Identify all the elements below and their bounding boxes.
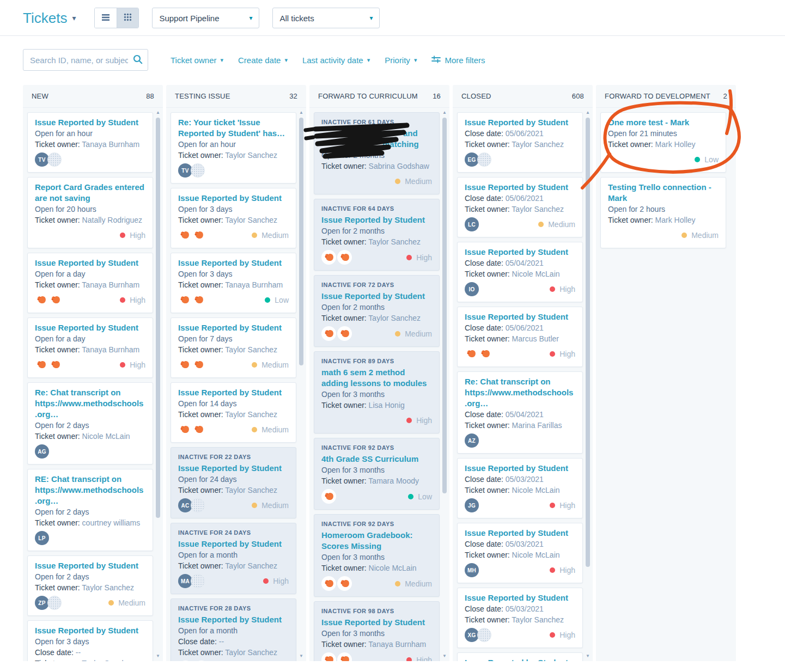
ticket-card[interactable]: One more test - MarkOpen for 21 minutesT… xyxy=(600,112,726,173)
ticket-title-link[interactable]: Issue Reported by Student xyxy=(178,539,289,549)
scrollbar-thumb[interactable] xyxy=(156,118,160,518)
ticket-title-link[interactable]: Issue Reported by Student xyxy=(35,322,145,333)
ticket-card[interactable]: Issue Reported by StudentOpen for 3 days… xyxy=(27,620,153,661)
avatar-placeholder-icon[interactable] xyxy=(477,152,491,167)
board-view-button[interactable] xyxy=(117,8,138,28)
ticket-card[interactable]: Issue Reported by StudentOpen for 2 days… xyxy=(27,555,153,616)
ticket-title-link[interactable]: Issue Reported by Student xyxy=(465,182,575,193)
ticket-title-link[interactable]: math 6 sem 2 method adding lessons to mo… xyxy=(321,367,432,389)
ticket-title-link[interactable]: Issue Reported by Student xyxy=(321,291,432,302)
ticket-card[interactable]: Issue Reported by StudentClose date: 05/… xyxy=(457,652,583,661)
avatar[interactable]: AG xyxy=(35,444,49,459)
ticket-card[interactable]: INACTIVE FOR 64 DAYSIssue Reported by St… xyxy=(314,199,440,271)
scroll-up-arrow[interactable]: ▲ xyxy=(298,110,305,115)
ticket-title-link[interactable]: Re: Chat transcript on https://www.metho… xyxy=(465,376,575,409)
ticket-title-link[interactable]: Testing Trello connection - Mark xyxy=(608,182,719,204)
scroll-down-arrow[interactable]: ▼ xyxy=(155,653,161,659)
search-icon[interactable] xyxy=(133,54,143,66)
ticket-card[interactable]: INACTIVE FOR 92 DAYS4th Grade SS Curricu… xyxy=(314,438,440,510)
ticket-card[interactable]: Issue Reported by StudentOpen for a dayT… xyxy=(27,317,153,378)
ticket-card[interactable]: INACTIVE FOR 89 DAYSmath 6 sem 2 method … xyxy=(314,351,440,433)
list-view-button[interactable] xyxy=(95,8,117,28)
avatar-placeholder-icon[interactable] xyxy=(191,163,205,178)
avatar-placeholder-icon[interactable] xyxy=(191,498,205,512)
scrollbar-thumb[interactable] xyxy=(299,118,303,365)
ticket-card[interactable]: Issue Reported by StudentClose date: 05/… xyxy=(457,588,583,648)
ticket-title-link[interactable]: Issue Reported by Student xyxy=(35,117,145,128)
avatar-placeholder-icon[interactable] xyxy=(191,574,205,588)
ticket-title-link[interactable]: 4th Grade SS Curriculum xyxy=(321,454,432,465)
ticket-card[interactable]: INACTIVE FOR 72 DAYSIssue Reported by St… xyxy=(314,275,440,347)
ticket-title-link[interactable]: Issue Reported by Student xyxy=(465,311,575,322)
ticket-card[interactable]: Issue Reported by StudentClose date: 05/… xyxy=(457,523,583,583)
ticket-card[interactable]: Report Card Grades entered are not savin… xyxy=(27,177,153,248)
search-input[interactable] xyxy=(23,49,148,71)
column-scrollbar[interactable]: ▲▼ xyxy=(441,110,448,659)
ticket-card[interactable]: Re: Chat transcript on https://www.metho… xyxy=(457,371,583,454)
avatar-placeholder-icon[interactable] xyxy=(47,152,62,167)
ticket-title-link[interactable]: Issue Reported by Student xyxy=(35,258,145,268)
column-scrollbar[interactable]: ▲▼ xyxy=(585,110,591,659)
ticket-title-link[interactable]: Report Card Grades entered are not savin… xyxy=(35,182,145,204)
ticket-card[interactable]: Testing Trello connection - MarkOpen for… xyxy=(600,177,726,248)
more-filters-button[interactable]: More filters xyxy=(431,56,485,65)
column-scrollbar[interactable]: ▲▼ xyxy=(155,110,161,659)
ticket-card[interactable]: Issue Reported by StudentOpen for 3 days… xyxy=(171,253,296,313)
ticket-title-link[interactable]: Issue Reported by Student xyxy=(178,258,289,268)
ticket-card[interactable]: Re: Chat transcript on https://www.metho… xyxy=(27,382,153,465)
ticket-card[interactable]: Issue Reported by StudentClose date: 05/… xyxy=(457,112,583,173)
ticket-card[interactable]: Issue Reported by StudentClose date: 05/… xyxy=(457,177,583,237)
ticket-title-link[interactable]: Issue Reported by Student xyxy=(178,322,289,333)
ticket-title-link[interactable]: Issue Reported by Student xyxy=(321,617,432,628)
column-scrollbar[interactable]: ▲▼ xyxy=(298,110,305,659)
ticket-title-link[interactable]: Issue Reported by Student xyxy=(178,463,289,474)
filter-ticket-owner[interactable]: Ticket owner▾ xyxy=(171,56,223,65)
scroll-up-arrow[interactable]: ▲ xyxy=(441,110,448,115)
pipeline-select[interactable]: Support Pipeline ▾ xyxy=(152,8,259,28)
avatar[interactable]: IO xyxy=(465,282,479,296)
ticket-title-link[interactable]: Issue Reported by Student xyxy=(35,625,145,636)
filter-create-date[interactable]: Create date▾ xyxy=(238,56,288,65)
ticket-title-link[interactable]: Re: Your ticket 'Issue Reported by Stude… xyxy=(178,117,289,139)
ticket-card[interactable]: INACTIVE FOR 98 DAYSIssue Reported by St… xyxy=(314,601,440,661)
avatar-placeholder-icon[interactable] xyxy=(47,596,62,610)
avatar[interactable]: LP xyxy=(35,531,49,545)
ticket-card[interactable]: INACTIVE FOR 92 DAYSHomeroom Gradebook: … xyxy=(314,514,440,597)
ticket-title-link[interactable]: Issue Reported by Student xyxy=(465,463,575,474)
ticket-title-link[interactable]: Issue Reported by Student xyxy=(178,193,289,204)
avatar[interactable]: JG xyxy=(465,498,479,512)
ticket-title-link[interactable]: Re: Chat transcript on https://www.metho… xyxy=(35,387,145,420)
avatar[interactable]: AZ xyxy=(465,433,479,448)
filter-last-activity-date[interactable]: Last activity date▾ xyxy=(302,56,370,65)
ticket-card[interactable]: Issue Reported by StudentClose date: 05/… xyxy=(457,307,583,367)
ticket-title-link[interactable]: Issue Reported by Student xyxy=(35,560,145,571)
ticket-card[interactable]: INACTIVE FOR 24 DAYSIssue Reported by St… xyxy=(171,523,296,594)
ticket-card[interactable]: Issue Reported by StudentClose date: 05/… xyxy=(457,458,583,518)
filter-priority[interactable]: Priority▾ xyxy=(385,56,417,65)
ticket-title-link[interactable]: Issue Reported by Student xyxy=(465,247,575,258)
ticket-card[interactable]: RE: Chat transcript on https://www.metho… xyxy=(27,469,153,551)
avatar[interactable]: MH xyxy=(465,563,479,577)
scroll-down-arrow[interactable]: ▼ xyxy=(585,653,591,659)
scroll-up-arrow[interactable]: ▲ xyxy=(585,110,591,115)
ticket-card[interactable]: Issue Reported by StudentOpen for 7 days… xyxy=(171,317,296,378)
ticket-card[interactable]: Issue Reported by StudentOpen for 14 day… xyxy=(171,382,296,443)
ticket-card[interactable]: Issue Reported by StudentOpen for an hou… xyxy=(27,112,153,173)
page-title-dropdown[interactable]: Tickets ▾ xyxy=(23,9,76,27)
scrollbar-thumb[interactable] xyxy=(586,118,590,567)
ticket-card[interactable]: Issue Reported by StudentOpen for a dayT… xyxy=(27,253,153,313)
ticket-title-link[interactable]: Issue Reported by Student xyxy=(465,117,575,128)
ticket-title-link[interactable]: Issue Reported by Student xyxy=(178,387,289,398)
ticket-card[interactable]: Re: Your ticket 'Issue Reported by Stude… xyxy=(171,112,296,184)
ticket-title-link[interactable]: and matching xyxy=(321,128,432,150)
ticket-card[interactable]: INACTIVE FOR 28 DAYSIssue Reported by St… xyxy=(171,598,296,661)
ticket-title-link[interactable]: Homeroom Gradebook: Scores Missing xyxy=(321,530,432,552)
ticket-card[interactable]: Issue Reported by StudentClose date: 05/… xyxy=(457,242,583,302)
ticket-title-link[interactable]: Issue Reported by Student xyxy=(465,592,575,603)
avatar-placeholder-icon[interactable] xyxy=(477,628,491,642)
ticket-title-link[interactable]: Issue Reported by Student xyxy=(321,215,432,225)
scroll-down-arrow[interactable]: ▼ xyxy=(298,653,305,659)
scrollbar-thumb[interactable] xyxy=(442,118,447,493)
scroll-down-arrow[interactable]: ▼ xyxy=(441,653,448,659)
ticket-card[interactable]: Issue Reported by StudentOpen for 3 days… xyxy=(171,188,296,248)
